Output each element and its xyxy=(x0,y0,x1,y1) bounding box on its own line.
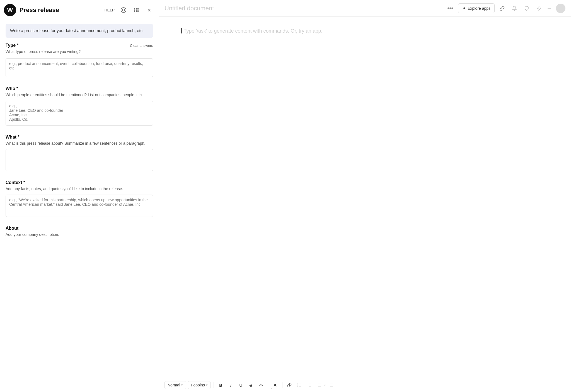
style-chevron: ▾ xyxy=(181,383,183,387)
svg-point-5 xyxy=(125,10,126,10)
font-label: Poppins xyxy=(191,383,205,387)
field-type-label: Type * What type of press release are yo… xyxy=(6,43,81,57)
bold-button[interactable]: B xyxy=(217,381,225,389)
style-select[interactable]: Normal ▾ xyxy=(164,381,186,389)
divider-3 xyxy=(282,382,282,388)
divider-2 xyxy=(268,382,268,388)
svg-marker-15 xyxy=(537,6,541,10)
doc-placeholder-text: Type '/ask' to generate content with com… xyxy=(181,28,549,34)
font-color-button[interactable]: A xyxy=(271,381,279,389)
cursor xyxy=(181,28,182,33)
ordered-list-button[interactable] xyxy=(305,381,314,389)
svg-rect-12 xyxy=(134,11,135,12)
align-button[interactable] xyxy=(315,381,324,389)
what-input[interactable] xyxy=(6,149,153,171)
field-group-context: Context * Add any facts, notes, and quot… xyxy=(6,180,153,218)
bell-icon[interactable] xyxy=(510,4,519,13)
svg-point-21 xyxy=(297,386,298,386)
bottom-toolbar: Normal ▾ Poppins ▾ B I U S <> A xyxy=(159,378,571,392)
svg-rect-9 xyxy=(134,9,135,11)
left-content: Type * What type of press release are yo… xyxy=(0,40,159,392)
left-header-right: HELP xyxy=(104,6,153,14)
field-group-what: What * What is this press release about?… xyxy=(6,135,153,173)
left-panel: W Press release HELP xyxy=(0,0,159,392)
field-group-who: Who * Which people or entities should be… xyxy=(6,86,153,127)
link-icon[interactable] xyxy=(497,4,507,13)
description-text: Write a press release for your latest an… xyxy=(10,28,144,33)
left-header: W Press release HELP xyxy=(0,0,159,19)
type-input[interactable] xyxy=(6,58,153,77)
field-group-type: Type * What type of press release are yo… xyxy=(6,43,153,79)
sparkle-icon: ✦ xyxy=(462,6,466,11)
field-group-about: About Add your company description. xyxy=(6,226,153,238)
more-format-button[interactable] xyxy=(327,381,336,389)
left-header-left: W Press release xyxy=(4,4,59,16)
context-input[interactable] xyxy=(6,195,153,217)
svg-rect-6 xyxy=(134,8,135,9)
shield-icon[interactable] xyxy=(522,4,531,13)
grid-icon[interactable] xyxy=(132,6,140,14)
code-button[interactable]: <> xyxy=(257,381,265,389)
doc-content[interactable]: Type '/ask' to generate content with com… xyxy=(159,17,571,378)
align-chevron: ▾ xyxy=(324,384,326,387)
divider-1 xyxy=(214,382,214,388)
app-logo[interactable]: W xyxy=(4,4,16,16)
field-type-header: Type * What type of press release are yo… xyxy=(6,43,153,57)
more-options-button[interactable]: ••• xyxy=(445,4,455,13)
font-chevron: ▾ xyxy=(206,383,208,387)
font-select[interactable]: Poppins ▾ xyxy=(188,381,211,389)
explore-apps-button[interactable]: ✦ Explore apps xyxy=(458,3,495,13)
right-header: Untitled document ••• ✦ Explore apps xyxy=(159,0,571,17)
strikethrough-button[interactable]: S xyxy=(247,381,255,389)
bullet-list-button[interactable] xyxy=(295,381,304,389)
svg-point-2 xyxy=(123,8,124,8)
document-title[interactable]: Untitled document xyxy=(164,5,445,12)
svg-point-1 xyxy=(122,9,125,11)
svg-point-19 xyxy=(297,384,298,384)
style-label: Normal xyxy=(168,383,180,387)
svg-rect-10 xyxy=(136,9,137,11)
help-text[interactable]: HELP xyxy=(104,8,115,12)
svg-point-20 xyxy=(297,385,298,385)
lightning-icon[interactable] xyxy=(534,4,544,13)
who-input[interactable] xyxy=(6,101,153,126)
svg-rect-7 xyxy=(136,8,137,9)
close-icon[interactable]: ✕ xyxy=(145,6,153,14)
svg-point-0 xyxy=(121,8,126,13)
link-button[interactable] xyxy=(285,381,294,389)
avatar[interactable] xyxy=(556,4,565,13)
svg-rect-8 xyxy=(137,8,139,9)
back-button[interactable]: ← xyxy=(546,5,552,11)
svg-rect-11 xyxy=(137,9,139,11)
description-box: Write a press release for your latest an… xyxy=(6,24,153,38)
panel-title: Press release xyxy=(20,6,59,14)
right-header-actions: ••• ✦ Explore apps xyxy=(445,3,565,13)
svg-rect-13 xyxy=(136,11,137,12)
right-panel: Untitled document ••• ✦ Explore apps xyxy=(159,0,571,392)
svg-point-4 xyxy=(121,10,122,10)
clear-answers-button[interactable]: Clear answers xyxy=(130,43,153,48)
italic-button[interactable]: I xyxy=(227,381,235,389)
svg-rect-14 xyxy=(137,11,139,12)
placeholder-message: Type '/ask' to generate content with com… xyxy=(183,28,322,34)
help-circle-icon[interactable] xyxy=(120,6,127,14)
explore-apps-label: Explore apps xyxy=(468,6,490,11)
svg-point-3 xyxy=(123,12,124,12)
underline-button[interactable]: U xyxy=(237,381,245,389)
